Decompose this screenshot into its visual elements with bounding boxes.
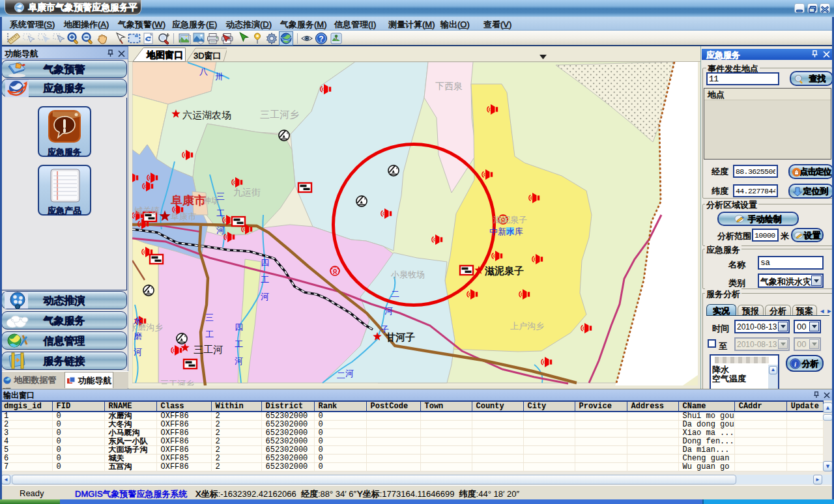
svg-text:上户沟乡: 上户沟乡 [510, 321, 544, 331]
svg-text:三工河乡: 三工河乡 [260, 109, 299, 120]
svg-text:六运湖农场: 六运湖农场 [182, 109, 231, 120]
svg-text:九运街: 九运街 [233, 187, 261, 197]
svg-text:滋泥泉子: 滋泥泉子 [484, 265, 524, 276]
svg-text:二: 二 [391, 289, 399, 299]
svg-text:工: 工 [261, 275, 269, 285]
svg-text:河: 河 [345, 369, 354, 378]
svg-text:三: 三 [205, 313, 214, 322]
svg-text:中新水库: 中新水库 [489, 227, 523, 236]
svg-text:甘河子: 甘河子 [386, 331, 415, 343]
svg-text:工: 工 [216, 208, 225, 218]
svg-text:阜康市: 阜康市 [171, 194, 206, 207]
svg-text:河: 河 [384, 306, 393, 316]
svg-text:工: 工 [205, 329, 214, 339]
svg-text:阜康市: 阜康市 [171, 212, 196, 221]
svg-text:水: 水 [134, 316, 142, 326]
svg-text:河: 河 [235, 356, 243, 366]
svg-text:河: 河 [134, 347, 142, 357]
svg-text:滋泥泉子: 滋泥泉子 [493, 215, 527, 225]
svg-text:四: 四 [235, 322, 243, 332]
svg-text:下西泉: 下西泉 [435, 81, 463, 91]
svg-text:城关镇: 城关镇 [134, 206, 160, 216]
svg-text:磨: 磨 [134, 331, 142, 341]
svg-text:三: 三 [216, 191, 225, 201]
svg-text:?: ? [319, 35, 323, 44]
svg-text:工: 工 [235, 339, 243, 349]
svg-text:河: 河 [261, 292, 269, 301]
svg-text:子: 子 [381, 324, 389, 334]
svg-text:河: 河 [216, 225, 225, 235]
svg-text:三工河乡: 三工河乡 [160, 379, 194, 385]
svg-text:八: 八 [199, 66, 208, 76]
svg-text:小泉牧场: 小泉牧场 [390, 270, 425, 279]
svg-text:卅: 卅 [215, 72, 223, 81]
svg-text:三工河: 三工河 [194, 344, 223, 355]
svg-text:二: 二 [337, 371, 345, 380]
svg-text:四: 四 [261, 258, 269, 268]
